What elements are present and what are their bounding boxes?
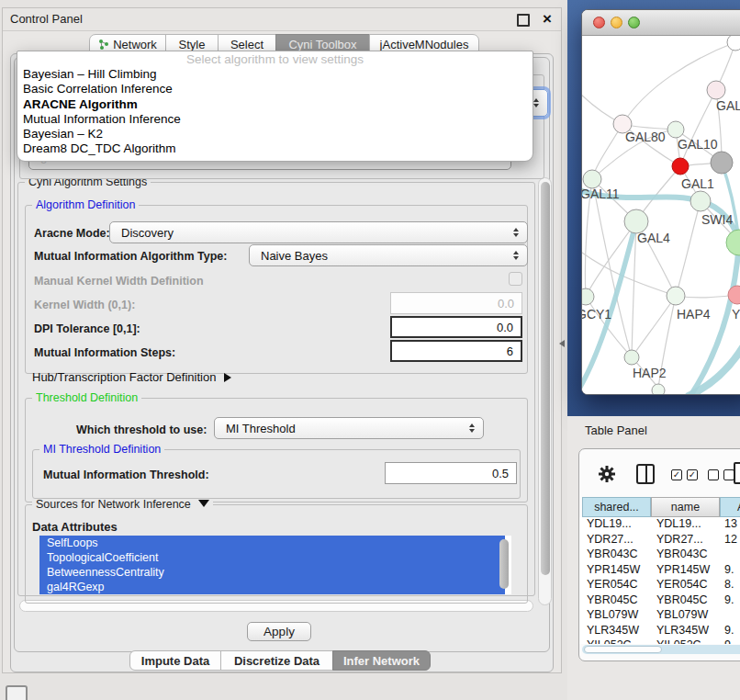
file-icon[interactable]	[734, 462, 740, 484]
tab-infer-network[interactable]: Infer Network	[332, 650, 431, 671]
node-label: GAL11	[582, 186, 620, 201]
which-threshold-select[interactable]: MI Threshold	[214, 417, 484, 439]
tab-label: Network	[113, 38, 157, 51]
list-item[interactable]: BetweennessCentrality	[39, 565, 505, 580]
network-icon	[98, 39, 109, 51]
table-row[interactable]: YBL079WYBL079W	[579, 608, 740, 624]
node[interactable]	[652, 384, 665, 394]
mi-type-select[interactable]: Naive Bayes	[249, 244, 528, 266]
node-gal1[interactable]	[672, 158, 689, 175]
node-label: GAL80	[625, 130, 666, 144]
dropdown-hint: Select algorithm to view settings	[17, 51, 533, 67]
table-row[interactable]: YER054CYER054C8.	[579, 578, 740, 593]
node-label: GCY1	[582, 307, 611, 322]
network-window-titlebar[interactable]	[582, 10, 740, 36]
select-all-checkboxes-icon[interactable]: ✓✓	[671, 469, 698, 480]
node-label: Y	[732, 307, 740, 322]
stepper-icon	[513, 228, 519, 237]
group-title: Algorithm Definition	[32, 199, 139, 211]
network-view-window: GAL GAL80 GAL10 GAL1 GAL11 GAL4 SWI4 GCY…	[581, 9, 740, 395]
mi-steps-label: Mutual Information Steps:	[34, 346, 175, 359]
data-attributes-list: SelfLoops TopologicalCoefficient Between…	[39, 536, 511, 594]
algorithm-dropdown-list: Select algorithm to view settings Bayesi…	[17, 51, 533, 162]
close-icon[interactable]: ×	[543, 8, 552, 30]
dpi-tolerance-field[interactable]	[390, 316, 522, 338]
sources-toggle[interactable]: Sources for Network Inference	[32, 499, 213, 511]
list-item[interactable]: gal4RGexp	[39, 580, 505, 594]
node-gray[interactable]	[711, 152, 733, 174]
settings-gear-icon[interactable]	[598, 465, 616, 487]
node-gal11[interactable]	[583, 170, 601, 188]
settings-vertical-scrollbar[interactable]	[538, 177, 552, 605]
docked-panel-icon[interactable]	[6, 685, 28, 700]
dropdown-item[interactable]: Dream8 DC_TDC Algorithm	[17, 141, 533, 156]
node-label: HAP2	[633, 366, 667, 380]
manual-kernel-label: Manual Kernel Width Definition	[34, 275, 204, 288]
node-hap2[interactable]	[624, 350, 639, 365]
table-horizontal-scrollbar[interactable]	[582, 645, 740, 654]
node-gal10[interactable]	[667, 121, 684, 138]
manual-kernel-checkbox[interactable]	[509, 272, 522, 286]
zoom-traffic-light[interactable]	[628, 17, 640, 28]
close-traffic-light[interactable]	[593, 17, 605, 28]
deselect-all-checkboxes-icon[interactable]	[708, 469, 734, 480]
dropdown-item-selected[interactable]: ARACNE Algorithm	[17, 97, 533, 112]
data-attributes-label: Data Attributes	[32, 520, 118, 534]
table-row[interactable]: YDR27...YDR27...12	[579, 533, 740, 548]
node-label: GAL4	[637, 231, 670, 245]
node-green-large[interactable]	[726, 230, 740, 255]
hub-definition-toggle[interactable]: Hub/Transcription Factor Definition	[32, 370, 231, 384]
dropdown-item[interactable]: Mutual Information Inference	[17, 112, 533, 127]
node-table-window: ✓✓ shared... name A YDL19...YDL19...13 Y…	[578, 448, 740, 661]
table-row[interactable]: YPR145WYPR145W9.	[579, 563, 740, 579]
list-scrollbar-thumb[interactable]	[499, 539, 509, 589]
node-label: GAL	[716, 98, 740, 113]
node-label: SWI4	[701, 212, 733, 227]
apply-button[interactable]: Apply	[247, 622, 311, 641]
minimize-traffic-light[interactable]	[611, 17, 622, 28]
table-row[interactable]: YIL052CYIL052C9.	[579, 638, 740, 644]
list-item[interactable]: TopologicalCoefficient	[39, 550, 505, 565]
tab-impute-data[interactable]: Impute Data	[129, 650, 221, 671]
node[interactable]	[727, 36, 740, 51]
node-label: HAP4	[677, 307, 711, 322]
scrollbar-thumb[interactable]	[584, 646, 662, 653]
control-panel-window: Control Panel × Network Style Select Cyn…	[2, 7, 562, 673]
table-row[interactable]: YDL19...YDL19...13	[579, 517, 740, 533]
network-canvas[interactable]: GAL GAL80 GAL10 GAL1 GAL11 GAL4 SWI4 GCY…	[582, 36, 740, 394]
dropdown-item[interactable]: Basic Correlation Inference	[17, 82, 533, 96]
stepper-icon	[533, 98, 539, 107]
table-row[interactable]: YBR045CYBR045C9.	[579, 593, 740, 609]
scrollbar-thumb[interactable]	[541, 182, 550, 575]
mi-type-label: Mutual Information Algorithm Type:	[34, 250, 227, 263]
chevron-down-icon	[198, 500, 209, 507]
aracne-mode-select[interactable]: Discovery	[109, 221, 528, 243]
stepper-icon	[469, 423, 475, 433]
dropdown-item[interactable]: Bayesian – Hill Climbing	[17, 67, 533, 82]
node-gal[interactable]	[707, 81, 725, 99]
table-body: YDL19...YDL19...13 YDR27...YDR27...12 YB…	[579, 517, 740, 644]
dpi-tolerance-label: DPI Tolerance [0,1]:	[34, 322, 140, 335]
dropdown-item[interactable]: Bayesian – K2	[17, 127, 533, 141]
column-header-name[interactable]: name	[651, 497, 720, 517]
tab-discretize-data[interactable]: Discretize Data	[220, 650, 333, 671]
column-header-shared-name[interactable]: shared...	[582, 497, 651, 517]
desktop-background: GAL GAL80 GAL10 GAL1 GAL11 GAL4 SWI4 GCY…	[567, 0, 740, 418]
panel-title: Control Panel	[10, 8, 83, 30]
list-item[interactable]: SelfLoops	[39, 536, 505, 550]
kernel-width-label: Kernel Width (0,1):	[34, 299, 135, 311]
node-swi4[interactable]	[690, 191, 711, 211]
node-hap4[interactable]	[667, 287, 685, 305]
table-row[interactable]: YLR345WYLR345W9.	[579, 624, 740, 639]
table-row[interactable]: YBR043CYBR043C	[579, 548, 740, 563]
mi-steps-field[interactable]	[390, 340, 522, 362]
mi-threshold-field[interactable]	[385, 462, 517, 484]
splitter-handle-icon[interactable]	[559, 340, 565, 347]
column-header-partial[interactable]: A	[720, 497, 740, 517]
chevron-right-icon	[224, 373, 231, 382]
node-gcy1[interactable]	[582, 288, 594, 305]
kernel-width-field[interactable]	[390, 292, 522, 314]
table-panel: Table Panel ✓✓ shared...	[567, 416, 740, 700]
column-layout-icon[interactable]	[636, 464, 655, 484]
float-window-icon[interactable]	[517, 14, 530, 27]
